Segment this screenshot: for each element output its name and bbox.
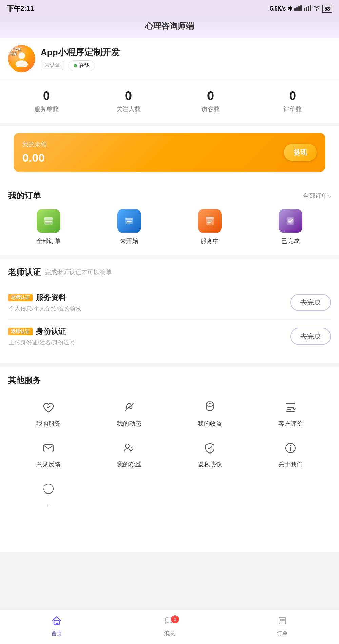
online-label: 在线 xyxy=(79,62,90,69)
order-icon-not-started xyxy=(117,209,141,233)
status-icons: 5.5K/s ✱ 53 xyxy=(270,5,332,13)
service-my-fans[interactable]: 我的粉丝 xyxy=(89,435,170,475)
order-not-started[interactable]: 未开始 xyxy=(89,209,170,245)
svg-rect-16 xyxy=(125,218,133,220)
profile-section: 行业余开发 App小程序定制开发 未认证 在线 xyxy=(0,38,339,79)
service-my-income[interactable]: ¥ 我的收益 xyxy=(170,394,250,435)
svg-rect-40 xyxy=(56,623,58,625)
balance-info: 我的余额 0.00 xyxy=(22,140,47,164)
order-label-completed: 已完成 xyxy=(250,237,331,245)
my-dynamic-icon xyxy=(92,401,166,416)
service-label-0: 我的服务 xyxy=(12,420,85,428)
balance-label: 我的余额 xyxy=(22,140,47,148)
service-agreement[interactable]: ... xyxy=(8,475,89,515)
svg-rect-3 xyxy=(300,5,302,11)
orders-grid: 全部订单 未开始 xyxy=(8,209,331,245)
stat-review-count[interactable]: 0 评价数 xyxy=(252,89,334,113)
svg-rect-2 xyxy=(298,6,300,11)
verify-item-service: 老师认证 服务资料 个人信息/个人介绍/擅长领域 去完成 xyxy=(8,286,331,320)
avatar[interactable]: 行业余开发 xyxy=(8,45,35,72)
order-label-not-started: 未开始 xyxy=(89,237,170,245)
online-dot xyxy=(74,64,77,67)
svg-rect-17 xyxy=(127,221,132,222)
verify-item-content-0: 老师认证 服务资料 个人信息/个人介绍/擅长领域 xyxy=(8,293,290,313)
profile-badges: 未认证 在线 xyxy=(41,60,331,71)
order-label-in-service: 服务中 xyxy=(170,237,250,245)
svg-rect-20 xyxy=(206,217,214,219)
svg-rect-22 xyxy=(207,222,211,223)
teacher-badge-1: 老师认证 xyxy=(8,328,33,335)
service-feedback[interactable]: 意见反馈 xyxy=(8,435,89,475)
service-label-7: 关于我们 xyxy=(254,460,327,468)
order-icon-all xyxy=(37,209,60,233)
verify-title: 老师认证 xyxy=(8,267,41,278)
service-privacy[interactable]: 隐私协议 xyxy=(170,435,250,475)
svg-rect-21 xyxy=(207,221,212,221)
verify-item-title-row-0: 老师认证 服务资料 xyxy=(8,293,290,303)
order-all[interactable]: 全部订单 xyxy=(8,209,89,245)
wifi-icon xyxy=(313,5,320,12)
service-label-5: 我的粉丝 xyxy=(92,460,166,468)
services-title: 其他服务 xyxy=(8,375,41,386)
all-orders-link[interactable]: 全部订单 › xyxy=(303,192,331,200)
message-badge: 1 xyxy=(171,615,179,623)
signal-icon-2 xyxy=(304,5,311,12)
stat-number-1: 0 xyxy=(87,89,170,103)
verify-item-name-1: 身份认证 xyxy=(36,326,66,337)
agreement-icon xyxy=(12,482,85,498)
bottom-spacer xyxy=(0,518,339,552)
withdraw-button[interactable]: 提现 xyxy=(284,144,317,161)
service-about-us[interactable]: 关于我们 xyxy=(250,435,331,475)
verify-item-desc-0: 个人信息/个人介绍/擅长领域 xyxy=(8,305,290,313)
service-label-2: 我的收益 xyxy=(173,420,247,428)
services-grid: 我的服务 我的动态 ¥ xyxy=(8,394,331,515)
service-my-service[interactable]: 我的服务 xyxy=(8,394,89,435)
order-completed[interactable]: 已完成 xyxy=(250,209,331,245)
svg-text:¥: ¥ xyxy=(209,402,211,406)
online-badge: 在线 xyxy=(68,60,95,71)
nav-orders[interactable]: 订单 xyxy=(226,615,339,637)
service-label-1: 我的动态 xyxy=(92,420,166,428)
battery-icon: 53 xyxy=(322,5,332,13)
order-icon-in-service xyxy=(198,209,222,233)
nav-orders-label: 订单 xyxy=(226,630,339,637)
chevron-right-icon: › xyxy=(329,192,331,199)
svg-rect-7 xyxy=(310,5,311,11)
service-customer-review[interactable]: 客户评价 xyxy=(250,394,331,435)
verify-title-row: 老师认证 完成老师认证才可以接单 xyxy=(8,267,331,278)
nav-messages[interactable]: 1 消息 xyxy=(113,615,226,637)
verify-item-desc-1: 上传身份证/姓名/身份证号 xyxy=(8,339,290,346)
stat-number-3: 0 xyxy=(252,89,334,103)
status-time: 下午2:11 xyxy=(7,4,34,13)
stat-service-count[interactable]: 0 服务单数 xyxy=(5,89,87,113)
verify-item-content-1: 老师认证 身份认证 上传身份证/姓名/身份证号 xyxy=(8,326,290,346)
svg-rect-1 xyxy=(296,7,298,11)
stat-label-0: 服务单数 xyxy=(5,105,87,113)
stats-section: 0 服务单数 0 关注人数 0 访客数 0 评价数 xyxy=(0,79,339,126)
svg-rect-6 xyxy=(308,6,309,11)
unverified-badge: 未认证 xyxy=(41,61,64,70)
go-complete-service-btn[interactable]: 去完成 xyxy=(290,294,331,311)
teacher-verify-section: 老师认证 完成老师认证才可以接单 老师认证 服务资料 个人信息/个人介绍/擅长领… xyxy=(0,259,339,367)
order-in-service[interactable]: 服务中 xyxy=(170,209,250,245)
orders-nav-icon xyxy=(226,615,339,629)
go-complete-identity-btn[interactable]: 去完成 xyxy=(290,328,331,345)
stat-label-1: 关注人数 xyxy=(87,105,170,113)
status-bar: 下午2:11 5.5K/s ✱ xyxy=(0,0,339,16)
profile-name: App小程序定制开发 xyxy=(41,46,331,58)
svg-point-37 xyxy=(290,445,291,446)
svg-rect-5 xyxy=(306,7,307,11)
page-title: 心理咨询师端 xyxy=(145,21,194,31)
service-my-dynamic[interactable]: 我的动态 xyxy=(89,394,170,435)
order-icon-completed xyxy=(279,209,302,233)
other-services-section: 其他服务 我的服务 xyxy=(0,367,339,518)
stat-follower-count[interactable]: 0 关注人数 xyxy=(87,89,170,113)
svg-rect-13 xyxy=(45,221,52,222)
svg-rect-14 xyxy=(45,223,49,223)
service-label-8: ... xyxy=(12,501,85,508)
service-label-6: 隐私协议 xyxy=(173,460,247,468)
nav-home[interactable]: 首页 xyxy=(0,615,113,637)
service-label-4: 意见反馈 xyxy=(12,460,85,468)
stat-visitor-count[interactable]: 0 访客数 xyxy=(170,89,252,113)
nav-home-label: 首页 xyxy=(0,630,113,637)
